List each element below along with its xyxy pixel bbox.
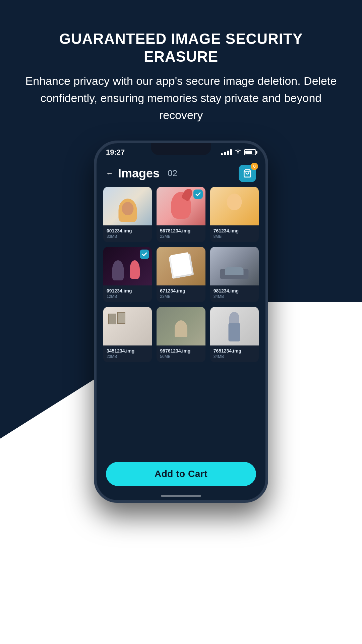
signal-bar-2 <box>224 152 226 155</box>
image-thumb-3 <box>210 187 259 225</box>
side-button-vol-down <box>94 259 95 286</box>
home-indicator <box>161 495 201 497</box>
image-item-6[interactable]: 981234.img 34MB <box>210 247 259 302</box>
signal-bar-3 <box>227 151 229 155</box>
app-title: Images <box>118 166 160 180</box>
image-item-8[interactable]: 98761234.img 56MB <box>157 307 205 362</box>
add-to-cart-label: Add to Cart <box>155 469 207 479</box>
back-button[interactable]: ← <box>106 169 113 178</box>
image-size-1: 33MB <box>107 234 148 239</box>
image-item-1[interactable]: 001234.img 33MB <box>103 187 152 242</box>
image-name-5: 671234.img <box>160 288 202 293</box>
image-size-6: 34MB <box>214 294 255 299</box>
side-button-vol-up <box>94 227 95 254</box>
add-to-cart-button[interactable]: Add to Cart <box>106 462 256 486</box>
image-thumb-7 <box>103 307 152 345</box>
image-item-4[interactable]: 091234.img 12MB <box>103 247 152 302</box>
phone-screen: 19:27 <box>97 143 265 500</box>
image-item-2[interactable]: 56781234.img 22MB <box>157 187 205 242</box>
battery-fill <box>245 151 252 154</box>
image-item-7[interactable]: 3451234.img 23MB <box>103 307 152 362</box>
app-count: 02 <box>168 168 177 178</box>
phone-mockup: 19:27 <box>94 141 268 503</box>
image-thumb-6 <box>210 247 259 285</box>
status-icons <box>221 149 256 156</box>
app-header-left: ← Images 02 <box>106 166 177 180</box>
image-item-9[interactable]: 7651234.img 34MB <box>210 307 259 362</box>
side-button-power <box>267 237 268 277</box>
image-name-8: 98761234.img <box>160 348 202 354</box>
image-info-6: 981234.img 34MB <box>210 285 259 302</box>
image-name-9: 7651234.img <box>214 348 255 354</box>
check-badge-2 <box>193 190 203 199</box>
image-item-3[interactable]: 761234.img 8MB <box>210 187 259 242</box>
image-name-2: 56781234.img <box>160 228 202 233</box>
status-time: 19:27 <box>106 148 125 157</box>
signal-bar-4 <box>230 149 232 155</box>
header-subtitle: Enhance privacy with our app's secure im… <box>20 72 342 124</box>
image-name-1: 001234.img <box>107 228 148 233</box>
image-thumb-5 <box>157 247 205 285</box>
image-size-8: 56MB <box>160 354 202 359</box>
image-info-8: 98761234.img 56MB <box>157 345 205 362</box>
battery-icon <box>244 149 256 155</box>
app-header: ← Images 02 0 <box>97 162 265 185</box>
image-info-9: 7651234.img 34MB <box>210 345 259 362</box>
image-size-9: 34MB <box>214 354 255 359</box>
signal-bar-1 <box>221 153 223 155</box>
side-button-mute <box>94 204 95 222</box>
image-item-5[interactable]: 671234.img 23MB <box>157 247 205 302</box>
image-name-3: 761234.img <box>214 228 255 233</box>
header-title: GUARANTEED IMAGE SECURITY ERASURE <box>20 30 342 66</box>
image-size-7: 23MB <box>107 354 148 359</box>
image-name-6: 981234.img <box>214 288 255 293</box>
cart-button[interactable]: 0 <box>239 165 256 182</box>
image-name-4: 091234.img <box>107 288 148 293</box>
image-info-4: 091234.img 12MB <box>103 285 152 302</box>
image-size-5: 23MB <box>160 294 202 299</box>
image-size-3: 8MB <box>214 234 255 239</box>
image-size-2: 22MB <box>160 234 202 239</box>
image-info-3: 761234.img 8MB <box>210 225 259 242</box>
page-content: GUARANTEED IMAGE SECURITY ERASURE Enhanc… <box>0 0 362 503</box>
wifi-icon <box>235 149 241 156</box>
cart-badge: 0 <box>251 163 258 170</box>
signal-icon <box>221 149 232 155</box>
check-badge-4 <box>140 250 149 259</box>
image-thumb-1 <box>103 187 152 225</box>
image-info-2: 56781234.img 22MB <box>157 225 205 242</box>
image-info-5: 671234.img 23MB <box>157 285 205 302</box>
image-thumb-9 <box>210 307 259 345</box>
image-size-4: 12MB <box>107 294 148 299</box>
header-section: GUARANTEED IMAGE SECURITY ERASURE Enhanc… <box>0 30 362 124</box>
phone-notch <box>151 143 211 155</box>
image-grid: 001234.img 33MB 56781234.img 22MB <box>103 187 259 362</box>
image-info-1: 001234.img 33MB <box>103 225 152 242</box>
image-name-7: 3451234.img <box>107 348 148 354</box>
cart-icon <box>243 169 252 178</box>
image-info-7: 3451234.img 23MB <box>103 345 152 362</box>
image-thumb-8 <box>157 307 205 345</box>
